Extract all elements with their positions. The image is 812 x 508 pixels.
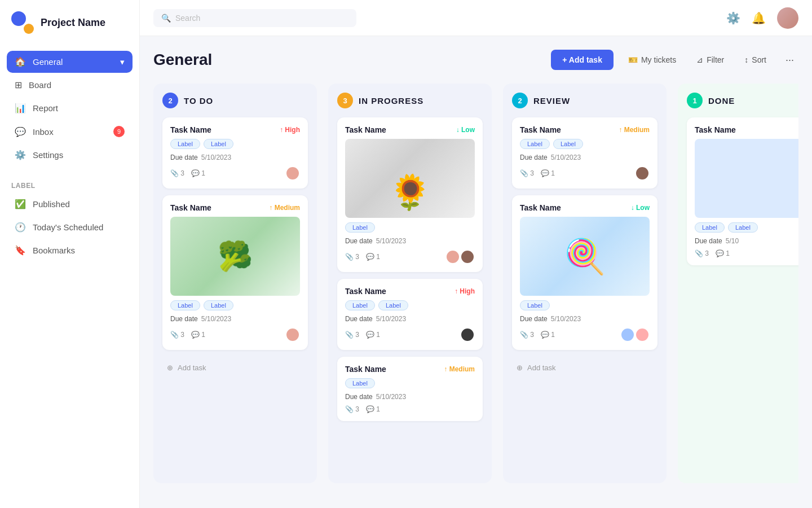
priority-badge: ↑ Medium: [444, 365, 475, 373]
avatar: [285, 166, 300, 181]
sidebar-nav: 🏠 General ▾ ⊞ Board 📊 Report 💬 Inbox 9 ⚙…: [0, 45, 139, 173]
due-label: Due date: [345, 315, 373, 323]
sidebar-item-published[interactable]: ✅ Published: [7, 193, 133, 215]
column-inprogress: 3 IN PROGRESS Task Name ↓ Low Label Due …: [328, 84, 492, 483]
add-task-inline-review[interactable]: ⊕ Add task: [512, 359, 657, 376]
task-labels: Label Label: [170, 139, 300, 149]
my-tickets-button[interactable]: 🎫 My tickets: [623, 52, 682, 68]
sort-button[interactable]: ↕ Sort: [739, 52, 772, 68]
add-task-button[interactable]: + Add task: [551, 50, 614, 70]
sidebar-item-label: General: [33, 57, 63, 67]
avatar: [460, 249, 475, 264]
grid-icon: ⊞: [15, 80, 22, 90]
task-card[interactable]: Task Name ↑ High Label Label Due date 5/…: [337, 279, 483, 350]
label-tag: Label: [553, 139, 583, 149]
filter-label: Filter: [707, 55, 724, 64]
task-card[interactable]: Task Name ↑ Medium Label Label Due date …: [512, 117, 657, 189]
due-date: 5/10/2023: [551, 315, 581, 323]
page-title: General: [153, 51, 542, 69]
task-name: Task Name: [345, 125, 386, 134]
ticket-icon: 🎫: [628, 55, 638, 64]
user-avatar[interactable]: [777, 7, 798, 29]
sidebar-item-label: Bookmarks: [33, 246, 75, 255]
label-tag: Label: [204, 300, 233, 310]
task-card[interactable]: Task Name Label Label Due date 5/10 📎 3 …: [687, 117, 798, 265]
attachment-count: 📎 3: [345, 331, 359, 339]
project-name: Project Name: [41, 17, 105, 29]
task-avatars: [620, 327, 650, 342]
task-labels: Label Label: [695, 222, 798, 233]
task-card[interactable]: Task Name ↑ Medium Label Due date 5/10/2…: [337, 357, 483, 421]
search-bar[interactable]: 🔍 Search: [153, 9, 356, 27]
column-header-done: 1 DONE: [687, 93, 798, 108]
task-name: Task Name: [695, 125, 736, 134]
due-date: 5/10/2023: [201, 154, 231, 161]
task-due: Due date 5/10/2023: [345, 315, 475, 323]
task-labels: Label: [520, 300, 650, 310]
notification-button[interactable]: 🔔: [752, 11, 766, 25]
task-card[interactable]: Task Name ↓ Low Label Due date 5/10/2023…: [337, 117, 483, 272]
task-due: Due date 5/10/2023: [345, 237, 475, 245]
priority-badge: ↑ Medium: [269, 204, 300, 212]
task-image: [345, 139, 475, 218]
due-label: Due date: [345, 393, 373, 401]
task-card[interactable]: Task Name ↑ High Label Label Due date 5/…: [162, 117, 308, 189]
priority-badge: ↓ Low: [456, 126, 475, 134]
bar-chart-icon: 📊: [15, 103, 26, 113]
label-tag: Label: [345, 300, 375, 310]
priority-badge: ↑ High: [454, 287, 475, 295]
search-placeholder: Search: [175, 14, 200, 23]
task-card-header: Task Name ↑ Medium: [170, 203, 300, 212]
add-task-label: Add task: [178, 364, 206, 372]
priority-badge: ↑ High: [280, 126, 300, 134]
task-name: Task Name: [520, 203, 561, 212]
sidebar-item-board[interactable]: ⊞ Board: [7, 74, 133, 96]
task-avatars: [285, 327, 300, 342]
gear-button[interactable]: ⚙️: [726, 11, 740, 25]
done-title: DONE: [708, 96, 735, 106]
content-area: General + Add task 🎫 My tickets ⊿ Filter…: [140, 36, 812, 508]
label-tag: Label: [520, 300, 550, 310]
task-footer: 📎 3 💬 1: [345, 249, 475, 264]
done-badge: 1: [687, 93, 703, 108]
review-title: REVIEW: [533, 96, 570, 106]
task-name: Task Name: [520, 125, 561, 134]
label-tag: Label: [520, 139, 550, 149]
content-header: General + Add task 🎫 My tickets ⊿ Filter…: [153, 50, 798, 70]
label-tag: Label: [695, 222, 725, 233]
inprogress-title: IN PROGRESS: [359, 96, 423, 106]
comment-count: 💬 1: [366, 253, 380, 261]
task-image: [170, 217, 300, 296]
sidebar-item-settings[interactable]: ⚙️ Settings: [7, 144, 133, 166]
add-task-inline-todo[interactable]: ⊕ Add task: [162, 359, 308, 376]
review-badge: 2: [512, 93, 528, 108]
task-footer: 📎 3 💬 1: [170, 327, 300, 342]
sidebar-item-general[interactable]: 🏠 General ▾: [7, 51, 133, 73]
header-actions: ⚙️ 🔔: [726, 7, 798, 29]
task-name: Task Name: [170, 125, 211, 134]
label-tag: Label: [345, 378, 375, 388]
task-avatars: [635, 166, 650, 181]
due-label: Due date: [695, 237, 722, 245]
task-card[interactable]: Task Name ↑ Medium Label Label Due date …: [162, 195, 308, 350]
task-footer: 📎 3 💬 1: [695, 249, 798, 257]
attachment-count: 📎 3: [695, 249, 709, 257]
task-name: Task Name: [345, 365, 386, 374]
sidebar-item-inbox[interactable]: 💬 Inbox 9: [7, 120, 133, 143]
sidebar-item-report[interactable]: 📊 Report: [7, 97, 133, 119]
column-header-inprogress: 3 IN PROGRESS: [337, 93, 483, 108]
task-labels: Label Label: [170, 300, 300, 310]
sidebar-item-scheduled[interactable]: 🕐 Today's Scheduled: [7, 216, 133, 238]
attachment-count: 📎 3: [345, 405, 359, 413]
filter-button[interactable]: ⊿ Filter: [691, 52, 730, 68]
more-options-button[interactable]: ···: [781, 52, 798, 68]
due-label: Due date: [345, 237, 373, 245]
avatar: [635, 166, 650, 181]
due-date: 5/10/2023: [551, 154, 581, 161]
task-card[interactable]: Task Name ↓ Low Label Due date 5/10/2023…: [512, 195, 657, 350]
sidebar-item-label: Today's Scheduled: [33, 222, 103, 232]
label-tag: Label: [728, 222, 758, 233]
task-footer: 📎 3 💬 1: [345, 327, 475, 342]
sidebar-item-bookmarks[interactable]: 🔖 Bookmarks: [7, 239, 133, 261]
sort-icon: ↕: [744, 55, 748, 64]
